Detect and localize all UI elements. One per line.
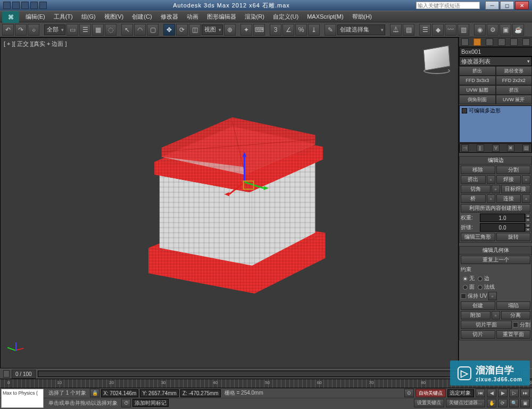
key-target[interactable]: 选定对象 — [447, 389, 474, 397]
tab-create[interactable] — [461, 38, 469, 46]
minimize-button[interactable]: ─ — [485, 1, 499, 10]
show-end-result-icon[interactable]: ‖ — [477, 144, 484, 152]
rollout-edit-edges[interactable]: 编辑边 — [460, 157, 531, 165]
lasso-icon[interactable]: ◠ — [134, 24, 146, 36]
y-coord[interactable]: Y: 2657.74mm — [140, 389, 178, 397]
weight-spinner[interactable] — [480, 214, 525, 222]
spin-up-icon[interactable]: ▴ — [525, 223, 530, 227]
btn-rotate[interactable]: 旋转 — [496, 233, 531, 241]
btn-squeeze[interactable]: 挤压 — [496, 85, 533, 95]
cursor-icon[interactable]: ↖ — [121, 24, 133, 36]
preserveuv-settings-icon[interactable]: ▫ — [488, 292, 497, 300]
time-tag-icon[interactable]: ⏱ — [121, 399, 131, 407]
menu-group[interactable]: 组(G) — [77, 11, 100, 22]
btn-ffd222[interactable]: FFD 2x2x2 — [496, 76, 533, 85]
maxscript-listener[interactable]: Max to Physics ( — [1, 389, 44, 408]
lock-selection-icon[interactable]: 🔒 — [90, 389, 99, 397]
qat-icon[interactable] — [30, 2, 38, 9]
align-button[interactable]: ▤ — [403, 24, 414, 36]
btn-uvwmap[interactable]: UVW 贴图 — [459, 85, 496, 95]
move-button[interactable]: ✥ — [163, 24, 175, 36]
key-filters-button[interactable]: 关键点过滤器... — [446, 399, 485, 407]
menu-animation[interactable]: 动画 — [182, 11, 203, 22]
redo-button[interactable]: ↷ — [15, 24, 27, 36]
btn-detach[interactable]: 分离 — [501, 311, 531, 320]
nav-zoom-icon[interactable]: 🔍 — [509, 399, 519, 407]
btn-chamfer[interactable]: 倒角剖面 — [459, 95, 496, 104]
time-slider-label[interactable]: 0 / 100 — [12, 370, 36, 379]
viewport[interactable]: [ + ][ 正交 ][真实 + 边面 ] — [0, 37, 459, 369]
remove-modifier-icon[interactable]: ✖ — [507, 144, 514, 152]
chamfer-settings-icon[interactable]: ▫ — [492, 185, 500, 193]
undo-button[interactable]: ↶ — [2, 24, 14, 36]
keyboard-shortcut[interactable]: ⌨ — [253, 24, 265, 36]
rollout-edit-geometry[interactable]: 编辑几何体 — [460, 247, 531, 255]
maximize-button[interactable]: ◻ — [500, 1, 514, 10]
btn-remove[interactable]: 移除 — [461, 166, 495, 174]
btn-extrude2[interactable]: 挤出 — [461, 175, 486, 184]
percent-snap[interactable]: % — [295, 24, 307, 36]
btn-create-shape[interactable]: 利用所选内容创建图形 — [461, 204, 530, 212]
app-logo[interactable]: ⌘ — [2, 11, 19, 23]
menu-tools[interactable]: 工具(T) — [49, 11, 77, 22]
scale-button[interactable]: ◫ — [189, 24, 201, 36]
select-object[interactable]: ▭ — [66, 24, 78, 36]
select-name[interactable]: ☰ — [79, 24, 91, 36]
btn-bridge[interactable]: 桥 — [461, 194, 486, 203]
render-frame-button[interactable]: ▣ — [500, 24, 511, 36]
manipulate-button[interactable]: ✦ — [240, 24, 252, 36]
spinner-snap[interactable]: ⤓ — [308, 24, 320, 36]
snap-toggle[interactable]: 3 — [270, 24, 281, 36]
play-prev-icon[interactable]: ◀ — [487, 389, 496, 397]
close-button[interactable]: ✕ — [515, 1, 529, 10]
render-button[interactable]: ☕ — [512, 24, 524, 36]
modifier-list[interactable]: 修改器列表 — [459, 56, 532, 66]
modifier-stack[interactable]: 可编辑多边形 — [459, 105, 532, 143]
qat-icon[interactable] — [21, 2, 29, 9]
stack-item[interactable]: 可编辑多边形 — [460, 106, 531, 116]
selection-filter[interactable]: 全部 — [44, 24, 65, 35]
key-mode-icon[interactable]: ⊙ — [404, 389, 414, 397]
set-key-button[interactable]: 设置关键点 — [414, 399, 444, 407]
btn-ffd333[interactable]: FFD 3x3x3 — [459, 76, 496, 85]
angle-snap[interactable]: ∠ — [282, 24, 294, 36]
select-rect[interactable]: ▦ — [92, 24, 104, 36]
pin-stack-icon[interactable]: ⊣ — [461, 144, 469, 152]
btn-pathdeform[interactable]: 路径变形 — [496, 66, 533, 76]
radio-edge[interactable]: 边 — [478, 275, 489, 282]
menu-rendering[interactable]: 渲染(R) — [240, 11, 269, 22]
btn-repeat-last[interactable]: 重复上一个 — [461, 256, 530, 264]
menu-customize[interactable]: 自定义(U) — [269, 11, 303, 22]
pivot-button[interactable]: ⊕ — [224, 24, 236, 36]
object-name-input[interactable] — [459, 47, 532, 56]
btn-edit-tri[interactable]: 编辑三角形 — [461, 233, 495, 241]
spin-up-icon[interactable]: ▴ — [525, 214, 530, 218]
btn-weld[interactable]: 焊接 — [496, 175, 521, 184]
btn-uvwunwrap[interactable]: UVW 展开 — [496, 95, 533, 104]
play-end-icon[interactable]: ⏭ — [520, 389, 530, 397]
ref-coord-system[interactable]: 视图 — [202, 24, 223, 35]
z-coord[interactable]: Z: -470.275mm — [180, 389, 221, 397]
radio-none[interactable]: 无 — [463, 275, 475, 282]
btn-attach[interactable]: 附加 — [461, 311, 491, 320]
tab-display[interactable] — [510, 38, 518, 46]
link-button[interactable]: ⟐ — [28, 24, 39, 36]
btn-create[interactable]: 创建 — [461, 301, 495, 310]
btn-chamfer2[interactable]: 切角 — [461, 185, 491, 193]
search-input[interactable] — [416, 2, 480, 9]
menu-create[interactable]: 创建(C) — [128, 11, 156, 22]
radio-normal[interactable]: 法线 — [478, 283, 495, 291]
curve-editor-button[interactable]: 〰 — [445, 24, 456, 36]
edit-selection[interactable]: ✎ — [325, 24, 336, 36]
time-tag-field[interactable]: 添加时间标记 — [132, 399, 169, 407]
rotate-button[interactable]: ⟳ — [176, 24, 188, 36]
viewcube[interactable] — [421, 43, 453, 75]
btn-split[interactable]: 分割 — [496, 166, 531, 174]
render-setup-button[interactable]: ⚙ — [487, 24, 498, 36]
menu-grapheditors[interactable]: 图形编辑器 — [203, 11, 240, 22]
nav-pan-icon[interactable]: ✋ — [487, 399, 496, 407]
qat-icon[interactable] — [39, 2, 47, 9]
btn-slice[interactable]: 切片 — [461, 330, 495, 339]
tab-motion[interactable] — [498, 38, 505, 46]
nav-max-icon[interactable]: ▣ — [520, 399, 530, 407]
